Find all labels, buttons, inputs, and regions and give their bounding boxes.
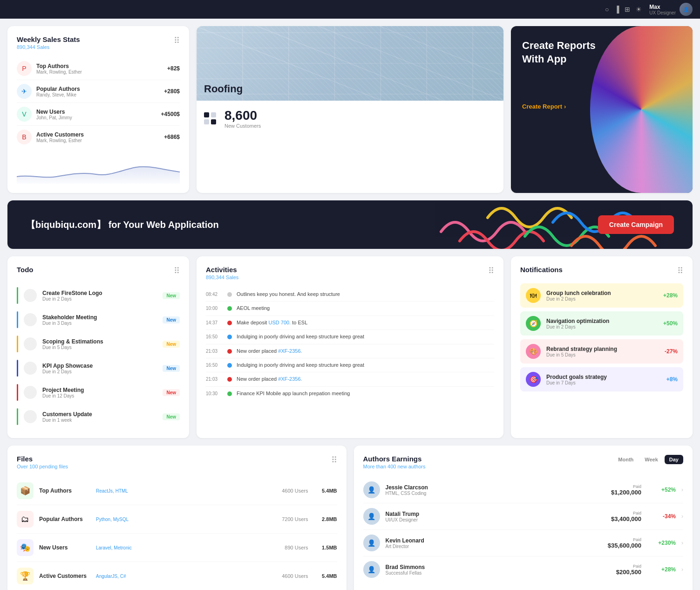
paid-label: Paid: [608, 537, 641, 542]
sq4: [211, 119, 216, 124]
chevron-right-icon[interactable]: ›: [681, 513, 683, 520]
notifications-card: Notifications ⠿ 🍽 Group lunch celebratio…: [511, 256, 693, 438]
arrow-right-icon: ›: [564, 103, 566, 110]
todo-badge: New: [163, 316, 180, 323]
chevron-right-icon[interactable]: ›: [681, 540, 683, 546]
files-card: Files Over 100 pending files ⠿ 📦 Top Aut…: [7, 446, 347, 590]
todo-header: Todo ⠿: [17, 266, 180, 276]
activity-dot: [227, 306, 232, 311]
roofing-card: Roofing 8,600 New Customers: [197, 26, 503, 193]
author-paid-info: Paid $3,400,000: [611, 511, 641, 522]
nav-icons: ○ ▐ ⊞ ☀: [605, 6, 642, 13]
todo-card: Todo ⠿ Create FireStone Logo Due in 2 Da…: [7, 256, 189, 438]
notifications-more-icon[interactable]: ⠿: [677, 266, 683, 276]
more-options-icon[interactable]: ⠿: [174, 35, 180, 46]
author-name: Jessie Clarcson: [386, 484, 605, 491]
notif-value: +8%: [666, 376, 678, 383]
activity-time: 14:37: [206, 320, 223, 325]
avatar[interactable]: 👤: [680, 3, 693, 16]
file-users: 7200 Users: [271, 516, 308, 522]
todo-due: Due in 2 Days: [42, 296, 157, 302]
weekly-sales-title: Weekly Sales Stats: [17, 35, 80, 43]
grid-icon[interactable]: ⊞: [625, 6, 630, 13]
file-size: 5.4MB: [314, 573, 337, 579]
file-name: Top Authors: [39, 487, 90, 494]
notifications-title: Notifications: [520, 266, 563, 274]
file-tags: Laravel, Metronic: [96, 545, 265, 550]
campaign-title: 【biqubiqu.com】 for Your Web Application: [26, 218, 219, 231]
notif-name: Group lunch celebration: [546, 290, 658, 296]
notif-due: Due in 7 Days: [546, 380, 661, 385]
activities-subtitle: 890,344 Sales: [206, 274, 238, 280]
notif-icon: 🎨: [526, 344, 541, 359]
stat-name: Top Authors: [36, 63, 167, 69]
files-more-icon[interactable]: ⠿: [331, 455, 337, 465]
main-container: Weekly Sales Stats 890,344 Sales ⠿ P Top…: [0, 19, 700, 590]
create-reports-card: Create ReportsWith App Create Report ›: [511, 26, 693, 193]
todo-due: Due in 5 Days: [42, 345, 157, 350]
create-report-link[interactable]: Create Report ›: [522, 103, 566, 110]
file-users: 890 Users: [271, 545, 308, 550]
notif-due: Due in 2 Days: [546, 296, 658, 302]
notification-item: 🎨 Rebrand strategy planning Due in 5 Day…: [520, 339, 683, 364]
customer-label: New Customers: [224, 123, 261, 129]
notif-name: Rebrand strategy planning: [546, 346, 659, 352]
activity-time: 21:03: [206, 377, 223, 382]
todo-bar: [17, 336, 18, 352]
notif-name: Navigation optimization: [546, 318, 658, 324]
squares-icon: [204, 112, 217, 124]
activity-text: New order placed #XF-2356.: [237, 376, 494, 383]
activity-time: 10:00: [206, 306, 223, 311]
new-users-icon: V: [17, 107, 32, 122]
author-info: Kevin Leonard Art Director: [386, 537, 602, 549]
paid-label: Paid: [611, 484, 641, 489]
paid-label: Paid: [616, 564, 641, 569]
author-info: Natali Trump UI/UX Designer: [386, 511, 605, 522]
file-tags: Python, MySQL: [96, 517, 265, 522]
todo-info: Scoping & Estimations Due in 5 Days: [42, 338, 157, 350]
activity-item: 16:50 Indulging in poorly driving and ke…: [206, 330, 494, 344]
activity-link[interactable]: #XF-2356.: [278, 348, 302, 354]
stat-name: New Users: [36, 109, 161, 115]
author-name: Brad Simmons: [386, 564, 611, 570]
earnings-header: Authors Earnings More than 400 new autho…: [363, 455, 684, 469]
chevron-right-icon[interactable]: ›: [681, 566, 683, 573]
activity-time: 08:42: [206, 292, 223, 297]
author-change: +52%: [652, 487, 676, 493]
campaign-banner: 【biqubiqu.com】 for Your Web Application …: [7, 200, 693, 249]
sun-icon[interactable]: ☀: [636, 6, 642, 13]
author-item: 👤 Brad Simmons Successful Fellas Paid $2…: [363, 556, 684, 583]
activity-dot: [227, 321, 232, 325]
todo-more-icon[interactable]: ⠿: [174, 266, 180, 276]
create-campaign-button[interactable]: Create Campaign: [598, 215, 674, 234]
stat-name: Active Customers: [36, 131, 164, 138]
paid-label: Paid: [611, 511, 641, 515]
todo-bar: [17, 408, 18, 425]
search-icon[interactable]: ○: [605, 6, 609, 13]
stat-item-popular-authors: ✈ Popular Authors Randy, Steve, Mike +28…: [17, 80, 180, 103]
todo-badge: New: [163, 389, 180, 396]
weekly-sales-card: Weekly Sales Stats 890,344 Sales ⠿ P Top…: [7, 26, 189, 193]
bar-icon[interactable]: ▐: [614, 6, 619, 13]
activity-dot: [227, 349, 232, 354]
todo-info: KPI App Showcase Due in 2 Days: [42, 363, 157, 374]
activities-more-icon[interactable]: ⠿: [488, 266, 494, 276]
activity-time: 10:30: [206, 391, 223, 396]
file-name: Popular Authors: [39, 516, 90, 522]
top-authors-icon: P: [17, 61, 32, 76]
weekly-sales-subtitle: 890,344 Sales: [17, 44, 80, 50]
author-paid-info: Paid $1,200,000: [611, 484, 641, 496]
period-tab-day[interactable]: Day: [665, 455, 683, 464]
todo-bar: [17, 287, 18, 304]
period-tab-week[interactable]: Week: [640, 455, 663, 464]
author-paid-info: Paid $35,600,000: [608, 537, 641, 549]
file-item: 📦 Top Authors ReactJs, HTML 4600 Users 5…: [17, 477, 337, 505]
activity-link[interactable]: USD 700.: [268, 320, 291, 325]
activity-link[interactable]: #XF-2356.: [278, 376, 302, 382]
stat-list: P Top Authors Mark, Rowling, Esther +82$…: [17, 57, 180, 148]
chart-area: [17, 156, 180, 184]
chevron-right-icon[interactable]: ›: [681, 487, 683, 493]
period-tab-month[interactable]: Month: [613, 455, 638, 464]
user-profile[interactable]: Max UX Designer 👤: [649, 3, 693, 16]
activity-item: 21:03 New order placed #XF-2356.: [206, 372, 494, 386]
